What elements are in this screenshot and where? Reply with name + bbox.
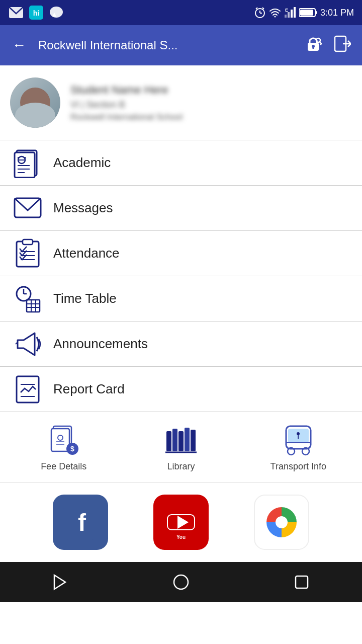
picasa-button[interactable]	[254, 495, 309, 550]
svg-text:You: You	[176, 534, 186, 540]
messages-label: Messages	[53, 200, 113, 216]
svg-rect-12	[288, 12, 290, 18]
profile-school: Rockwell International School	[70, 112, 352, 122]
profile-class: VI | Section B	[70, 100, 352, 110]
svg-text:f: f	[78, 509, 86, 536]
svg-point-22	[316, 38, 320, 42]
announcements-icon	[10, 327, 45, 362]
hi-icon: hi	[28, 5, 44, 21]
transport-icon: i	[281, 422, 316, 457]
library-icon	[163, 422, 199, 457]
svg-text:$: $	[70, 445, 74, 453]
announcements-label: Announcements	[53, 336, 148, 352]
timetable-label: Time Table	[53, 291, 117, 306]
svg-line-8	[256, 8, 257, 9]
app-bar: ← Rockwell International S...	[0, 25, 362, 65]
back-nav-button[interactable]	[40, 567, 80, 597]
svg-text:hi: hi	[33, 9, 39, 17]
menu-item-attendance[interactable]: Attendance	[0, 231, 362, 276]
fee-icon: $	[46, 422, 81, 457]
svg-rect-38	[23, 239, 33, 245]
svg-rect-85	[296, 576, 308, 588]
attendance-icon	[10, 236, 45, 271]
svg-rect-45	[27, 300, 40, 312]
svg-point-73	[297, 432, 300, 435]
status-bar: hi E	[0, 0, 362, 25]
status-time: 3:01 PM	[320, 8, 354, 18]
svg-marker-83	[54, 575, 65, 589]
svg-text:E: E	[285, 8, 288, 13]
menu-item-timetable[interactable]: Time Table	[0, 276, 362, 321]
gmail-icon	[8, 5, 24, 21]
svg-rect-13	[291, 10, 293, 18]
battery-icon	[299, 8, 317, 18]
app-bar-title: Rockwell International S...	[38, 38, 294, 52]
svg-point-10	[274, 16, 276, 18]
status-left-icons: hi	[8, 5, 64, 21]
svg-rect-62	[172, 429, 177, 451]
menu-list: Academic Messages Attendance	[0, 140, 362, 412]
fee-label: Fee Details	[41, 461, 86, 472]
svg-point-3	[50, 7, 63, 18]
social-row: f You	[0, 482, 362, 562]
svg-rect-65	[191, 430, 196, 451]
profile-name: Student Name Here	[70, 84, 352, 97]
svg-rect-11	[285, 15, 287, 18]
wifi-icon	[269, 7, 281, 19]
svg-rect-17	[315, 11, 317, 14]
reportcard-icon	[10, 372, 45, 407]
status-right-icons: E 3:01 PM	[254, 7, 354, 19]
chat-icon	[48, 5, 64, 21]
library-button[interactable]: Library	[151, 422, 211, 472]
timetable-icon	[10, 281, 45, 316]
profile-info: Student Name Here VI | Section B Rockwel…	[70, 84, 352, 122]
svg-rect-79	[171, 531, 191, 534]
svg-rect-63	[178, 431, 184, 451]
home-nav-button[interactable]	[161, 567, 201, 597]
svg-line-9	[262, 8, 264, 9]
alarm-icon	[254, 7, 266, 19]
svg-rect-37	[17, 242, 39, 267]
academic-icon	[10, 145, 45, 181]
transport-label: Transport Info	[270, 461, 326, 472]
menu-item-reportcard[interactable]: Report Card	[0, 367, 362, 412]
academic-label: Academic	[53, 155, 111, 171]
fee-details-button[interactable]: $ Fee Details	[34, 422, 94, 472]
menu-item-academic[interactable]: Academic	[0, 140, 362, 186]
nav-bar	[0, 562, 362, 602]
recent-nav-button[interactable]	[282, 567, 322, 597]
svg-rect-14	[294, 7, 296, 18]
messages-icon	[10, 191, 45, 226]
bottom-grid: $ Fee Details Library	[0, 412, 362, 482]
avatar	[10, 77, 60, 128]
svg-line-24	[320, 44, 321, 45]
library-label: Library	[167, 461, 195, 472]
reportcard-label: Report Card	[53, 381, 125, 397]
signal-icon: E	[284, 7, 296, 19]
menu-item-messages[interactable]: Messages	[0, 186, 362, 231]
svg-rect-21	[313, 46, 314, 49]
svg-rect-18	[300, 10, 313, 16]
app-bar-actions	[302, 32, 354, 59]
svg-rect-64	[185, 428, 190, 451]
attendance-label: Attendance	[53, 246, 120, 261]
profile-section: Student Name Here VI | Section B Rockwel…	[0, 65, 362, 140]
svg-rect-61	[166, 431, 171, 451]
svg-point-84	[174, 575, 188, 589]
back-button[interactable]: ←	[8, 33, 30, 57]
youtube-button[interactable]: You	[153, 495, 209, 550]
facebook-button[interactable]: f	[53, 495, 108, 550]
menu-item-announcements[interactable]: Announcements	[0, 321, 362, 367]
logout-icon[interactable]	[331, 32, 354, 59]
svg-point-82	[276, 516, 288, 528]
transport-button[interactable]: i Transport Info	[268, 422, 328, 472]
lock-icon[interactable]	[302, 32, 325, 59]
